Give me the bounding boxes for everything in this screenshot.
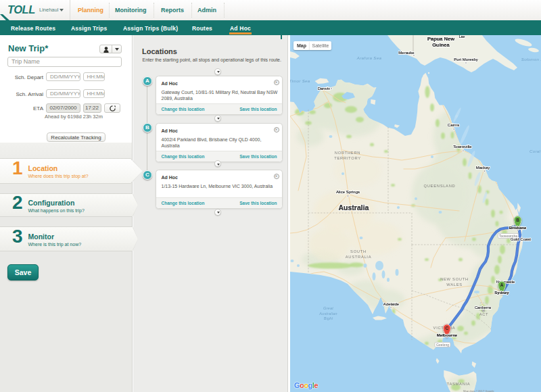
svg-text:Great: Great [323, 306, 333, 310]
svg-text:NEW SOUTH: NEW SOUTH [440, 277, 469, 281]
svg-text:Gold Coast: Gold Coast [511, 237, 531, 241]
svg-text:C: C [445, 326, 448, 330]
svg-text:Merauke: Merauke [398, 51, 415, 55]
svg-text:Townsville: Townsville [453, 145, 472, 149]
svg-text:Guinea: Guinea [432, 42, 450, 48]
svg-text:B: B [516, 218, 519, 222]
svg-text:ACT: ACT [479, 312, 488, 316]
svg-text:Melbourne: Melbourne [437, 333, 458, 337]
svg-text:Solomon Sea: Solomon Sea [521, 57, 541, 62]
svg-text:Arafura Sea: Arafura Sea [356, 55, 382, 60]
svg-text:TERRITORY: TERRITORY [334, 156, 361, 160]
svg-text:Lae: Lae [458, 35, 465, 39]
svg-text:Australia: Australia [339, 203, 369, 212]
svg-text:Map data ©2017 Google: Map data ©2017 Google [463, 389, 494, 392]
svg-text:Bight: Bight [324, 316, 333, 320]
svg-text:WALES: WALES [446, 283, 463, 287]
svg-text:Australian: Australian [319, 312, 337, 316]
svg-text:Alice Springs: Alice Springs [336, 190, 360, 194]
svg-text:Geelong: Geelong [436, 343, 449, 347]
svg-text:Timor Sea: Timor Sea [290, 78, 310, 83]
svg-text:Adelaide: Adelaide [383, 302, 400, 306]
svg-text:SOUTH: SOUTH [350, 249, 367, 253]
svg-text:QUEENSLAND: QUEENSLAND [424, 184, 456, 188]
svg-text:Coral Sea: Coral Sea [530, 149, 541, 153]
svg-text:Brisbane: Brisbane [509, 226, 527, 230]
svg-text:TASMANIA: TASMANIA [447, 382, 471, 386]
svg-text:NORTHERN: NORTHERN [335, 151, 360, 155]
svg-text:Papua New: Papua New [427, 36, 454, 42]
svg-text:AUSTRALIA: AUSTRALIA [346, 255, 372, 259]
svg-text:Canberra: Canberra [475, 305, 492, 310]
svg-text:Mackay: Mackay [476, 166, 490, 170]
svg-text:A: A [500, 283, 504, 287]
svg-text:Port Moresby: Port Moresby [454, 57, 478, 62]
svg-text:Cairns: Cairns [448, 123, 459, 127]
svg-text:Sydney: Sydney [494, 291, 509, 295]
svg-text:Darwin: Darwin [318, 87, 331, 91]
